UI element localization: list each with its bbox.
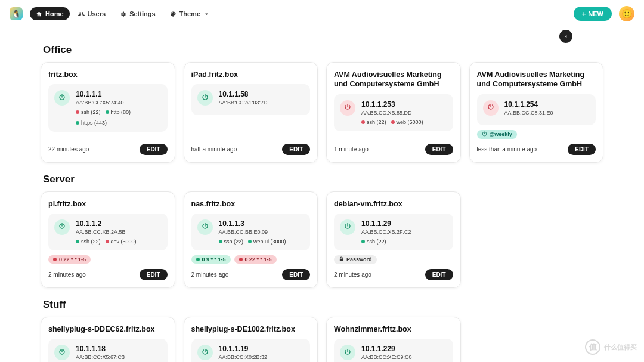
service-tag: ssh (22) bbox=[361, 239, 386, 245]
card-footer: 1 minute ago EDIT bbox=[334, 144, 453, 155]
mac-address: AA:BB:CC:X0:2B:32 bbox=[219, 354, 268, 360]
power-button[interactable] bbox=[483, 100, 499, 116]
nav-theme[interactable]: Theme bbox=[164, 7, 216, 20]
ip-info: 10.1.1.19 AA:BB:CC:X0:2B:32 http (80) bbox=[219, 345, 268, 362]
ip-info: 10.1.1.18 AA:BB:CC:X5:67:C3 http (80) bbox=[76, 345, 125, 362]
service-row: ssh (22) bbox=[361, 239, 411, 245]
ip-address: 10.1.1.254 bbox=[504, 100, 553, 109]
timestamp: 22 minutes ago bbox=[48, 146, 89, 153]
ip-block: 10.1.1.254 AA:BB:CC:C8:31:E0 bbox=[477, 94, 596, 125]
chip-row: 0 22 * * 1-5 bbox=[48, 255, 168, 264]
status-dot-icon bbox=[76, 240, 79, 243]
ip-address: 10.1.1.19 bbox=[219, 345, 268, 353]
edit-button[interactable]: EDIT bbox=[282, 144, 310, 155]
power-icon bbox=[58, 222, 66, 231]
home-icon bbox=[36, 11, 42, 17]
status-dot-icon bbox=[361, 120, 365, 124]
ip-address: 10.1.1.3 bbox=[219, 219, 286, 228]
ip-address: 10.1.1.18 bbox=[76, 345, 125, 353]
power-button[interactable] bbox=[197, 90, 213, 106]
power-button[interactable] bbox=[54, 345, 70, 360]
timestamp: 2 minutes ago bbox=[334, 271, 371, 278]
nav-users[interactable]: Users bbox=[72, 7, 112, 20]
power-icon bbox=[344, 103, 351, 112]
chip-row: @weekly bbox=[477, 130, 596, 139]
mac-address: AA:BB:CC:XB:85:DD bbox=[361, 110, 423, 116]
card-footer: 2 minutes ago EDIT bbox=[48, 269, 168, 280]
nav-settings[interactable]: Settings bbox=[114, 7, 161, 20]
service-tag: ssh (22) bbox=[76, 239, 101, 245]
status-dot-icon bbox=[239, 258, 243, 261]
nav-home[interactable]: Home bbox=[30, 7, 70, 20]
ip-info: 10.1.1.29 AA:BB:CC:XB:2F:C2 ssh (22) bbox=[361, 219, 411, 245]
power-button[interactable] bbox=[54, 219, 70, 235]
power-button[interactable] bbox=[340, 219, 355, 235]
ip-info: 10.1.1.229 AA:BB:CC:XE:C9:C0 bbox=[361, 345, 412, 362]
device-title: AVM Audiovisuelles Marketing und Compute… bbox=[477, 70, 596, 89]
status-dot-icon bbox=[361, 240, 365, 243]
ip-info: 10.1.1.58 AA:BB:CC:A1:03:7D bbox=[219, 90, 268, 109]
service-tag: web (5000) bbox=[391, 119, 423, 125]
ip-block: 10.1.1.229 AA:BB:CC:XE:C9:C0 bbox=[334, 339, 453, 362]
ip-block: 10.1.1.1 AA:BB:CC:X5:74:40 ssh (22)http … bbox=[48, 84, 168, 132]
back-button[interactable] bbox=[559, 30, 572, 43]
mac-address: AA:BB:CC:XB:2F:C2 bbox=[361, 229, 411, 235]
timestamp: half a minute ago bbox=[191, 146, 237, 153]
watermark: 值 什么值得买 bbox=[585, 339, 637, 355]
ip-info: 10.1.1.253 AA:BB:CC:XB:85:DD ssh (22)web… bbox=[361, 100, 423, 125]
ip-info: 10.1.1.254 AA:BB:CC:C8:31:E0 bbox=[504, 100, 553, 119]
device-card: nas.fritz.box 10.1.1.3 AA:BB:CC:BB:E0:09… bbox=[184, 191, 318, 288]
device-card: shellyplug-s-DE1002.fritz.box 10.1.1.19 … bbox=[184, 317, 318, 362]
status-dot-icon bbox=[106, 240, 109, 243]
ip-block: 10.1.1.2 AA:BB:CC:XB:2A:5B ssh (22)dev (… bbox=[48, 214, 168, 250]
schedule-chip: 0 9 * * 1-5 bbox=[191, 255, 231, 264]
ip-address: 10.1.1.1 bbox=[76, 90, 162, 98]
power-button[interactable] bbox=[340, 345, 355, 360]
device-title: Wohnzimmer.fritz.box bbox=[334, 324, 453, 334]
service-row: ssh (22)web (5000) bbox=[361, 119, 423, 125]
power-button[interactable] bbox=[197, 345, 213, 360]
device-title: shellyplug-s-DDEC62.fritz.box bbox=[48, 324, 168, 334]
service-tag: web ui (3000) bbox=[248, 239, 286, 245]
card-footer: less than a minute ago EDIT bbox=[477, 144, 596, 155]
power-button[interactable] bbox=[340, 100, 355, 116]
ip-block: 10.1.1.58 AA:BB:CC:A1:03:7D bbox=[191, 84, 311, 115]
nav: Home Users Settings Theme bbox=[30, 7, 216, 20]
mac-address: AA:BB:CC:C8:31:E0 bbox=[504, 110, 553, 116]
service-tag: http (80) bbox=[106, 109, 131, 115]
card-footer: 2 minutes ago EDIT bbox=[191, 269, 311, 280]
status-dot-icon bbox=[76, 110, 79, 114]
edit-button[interactable]: EDIT bbox=[140, 144, 168, 155]
ip-address: 10.1.1.2 bbox=[76, 219, 137, 228]
mac-address: AA:BB:CC:A1:03:7D bbox=[219, 100, 268, 106]
mac-address: AA:BB:CC:X5:67:C3 bbox=[76, 354, 125, 360]
edit-button[interactable]: EDIT bbox=[140, 269, 168, 280]
edit-button[interactable]: EDIT bbox=[282, 269, 310, 280]
power-icon bbox=[58, 94, 66, 103]
plus-icon: + bbox=[582, 10, 586, 17]
service-tag: ssh (22) bbox=[361, 119, 386, 125]
nav-users-label: Users bbox=[88, 10, 106, 17]
watermark-text: 什么值得买 bbox=[604, 343, 637, 352]
power-icon bbox=[344, 222, 351, 231]
edit-button[interactable]: EDIT bbox=[568, 144, 596, 155]
mac-address: AA:BB:CC:X5:74:40 bbox=[76, 100, 162, 106]
group-title: Office bbox=[43, 44, 603, 56]
timestamp: less than a minute ago bbox=[477, 146, 537, 153]
ip-address: 10.1.1.253 bbox=[361, 100, 423, 109]
device-title: debian-vm.fritz.box bbox=[334, 199, 453, 209]
device-card: AVM Audiovisuelles Marketing und Compute… bbox=[326, 62, 461, 163]
power-button[interactable] bbox=[197, 219, 213, 235]
service-row: ssh (22)web ui (3000) bbox=[219, 239, 286, 245]
watermark-logo: 值 bbox=[585, 339, 600, 355]
status-dot-icon bbox=[53, 258, 57, 261]
avatar[interactable]: 🙂 bbox=[619, 6, 634, 21]
main-content: Office fritz.box 10.1.1.1 AA:BB:CC:X5:74… bbox=[36, 27, 608, 362]
new-button[interactable]: + NEW bbox=[574, 7, 612, 21]
device-title: iPad.fritz.box bbox=[191, 70, 311, 79]
edit-button[interactable]: EDIT bbox=[425, 144, 453, 155]
card-footer: half a minute ago EDIT bbox=[191, 144, 311, 155]
edit-button[interactable]: EDIT bbox=[425, 269, 453, 280]
power-button[interactable] bbox=[54, 90, 70, 106]
status-dot-icon bbox=[106, 110, 109, 114]
